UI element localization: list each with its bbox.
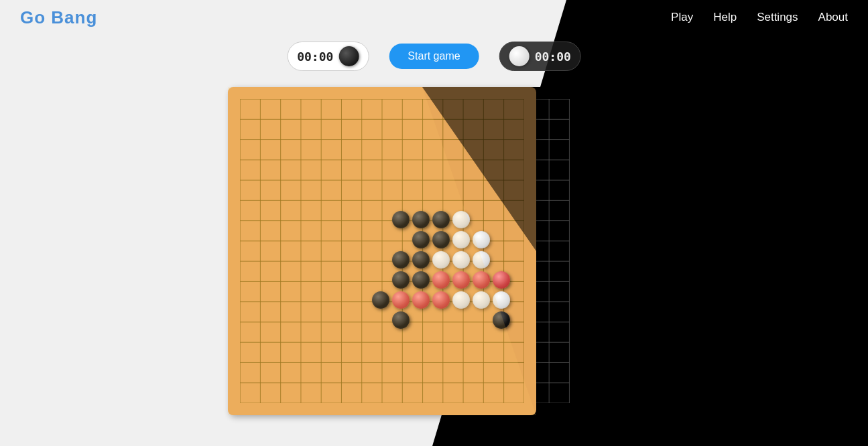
game-stone xyxy=(412,231,430,248)
game-stone xyxy=(412,291,430,309)
game-stone xyxy=(432,291,450,309)
board-container xyxy=(228,87,536,415)
nav-settings[interactable]: Settings xyxy=(757,11,798,24)
game-stone xyxy=(432,251,450,269)
game-stone xyxy=(493,271,510,289)
game-stone xyxy=(412,251,430,269)
game-stone xyxy=(432,271,450,289)
timer-black-value: 00:00 xyxy=(297,50,333,64)
game-stone xyxy=(493,291,510,309)
game-stone xyxy=(452,211,470,228)
game-stone xyxy=(493,311,510,329)
game-stone xyxy=(452,251,470,269)
game-stone xyxy=(392,211,410,228)
nav-help[interactable]: Help xyxy=(713,11,737,24)
black-stone-icon xyxy=(338,46,359,66)
start-game-button[interactable]: Start game xyxy=(389,44,479,69)
game-stone xyxy=(473,291,490,309)
game-stone xyxy=(392,311,410,329)
game-stone xyxy=(392,271,410,289)
game-stone xyxy=(432,231,450,248)
timer-white-value: 00:00 xyxy=(535,50,571,64)
game-stone xyxy=(452,231,470,248)
game-stone xyxy=(473,271,490,289)
controls-bar: 00:00 Start game 00:00 xyxy=(287,42,581,71)
game-board[interactable] xyxy=(228,87,536,415)
app-logo: Go Bang xyxy=(0,7,671,28)
game-stone xyxy=(372,291,389,309)
game-stone xyxy=(452,291,470,309)
game-stone xyxy=(392,291,410,309)
game-stone xyxy=(392,251,410,269)
game-stone xyxy=(473,231,490,248)
timer-black-player: 00:00 xyxy=(287,42,369,71)
game-stone xyxy=(432,211,450,228)
game-stone xyxy=(412,271,430,289)
header: Go Bang Play Help Settings About xyxy=(0,0,868,35)
game-stone xyxy=(452,271,470,289)
game-stone xyxy=(412,211,430,228)
nav-menu: Play Help Settings About xyxy=(671,11,868,24)
nav-play[interactable]: Play xyxy=(671,11,693,24)
white-stone-icon xyxy=(509,46,530,66)
nav-about[interactable]: About xyxy=(818,11,848,24)
game-stone xyxy=(473,251,490,269)
timer-white-player: 00:00 xyxy=(499,42,581,71)
